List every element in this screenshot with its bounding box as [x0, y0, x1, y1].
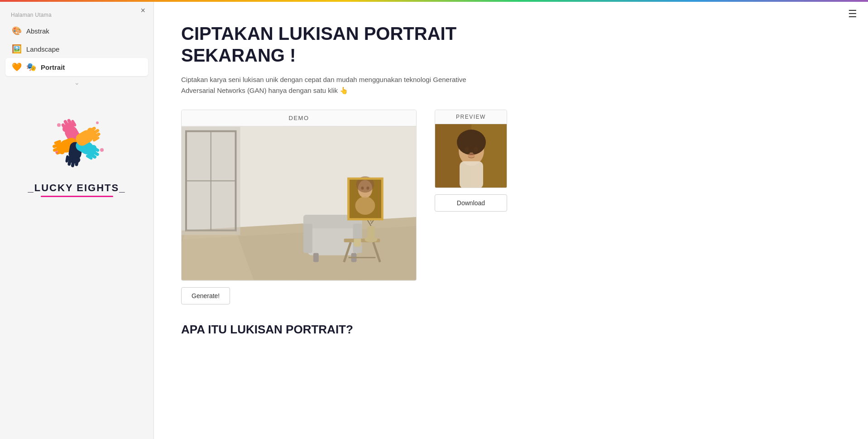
sidebar: × Halaman Utama 🎨 Abstrak 🖼️ Landscape 🧡… [0, 0, 154, 439]
page-description: Ciptakan karya seni lukisan unik dengan … [181, 74, 480, 96]
svg-point-65 [366, 187, 369, 190]
svg-point-77 [470, 152, 473, 154]
svg-point-30 [57, 123, 61, 127]
hamburger-menu-button[interactable]: ☰ [848, 8, 857, 20]
preview-image [435, 124, 507, 188]
sidebar-item-landscape[interactable]: 🖼️ Landscape [5, 40, 148, 58]
close-button[interactable]: × [140, 6, 145, 14]
room-scene-svg [182, 126, 416, 280]
preview-section: PREVIEW [435, 110, 507, 212]
svg-rect-73 [460, 161, 483, 188]
sidebar-item-label: Abstrak [26, 27, 49, 35]
svg-point-72 [457, 130, 486, 155]
svg-rect-46 [313, 253, 319, 262]
svg-point-74 [465, 147, 469, 152]
sidebar-item-abstrak[interactable]: 🎨 Abstrak [5, 22, 148, 40]
main-content: ☰ CIPTAKAN LUKISAN PORTRAIT SEKARANG ! C… [154, 0, 868, 439]
abstrak-icon: 🎨 [12, 26, 22, 36]
svg-point-32 [100, 148, 104, 152]
svg-point-75 [474, 147, 478, 152]
svg-rect-53 [367, 226, 374, 241]
chevron-down-icon: ⌄ [0, 76, 153, 89]
svg-point-64 [361, 187, 364, 190]
svg-rect-45 [353, 224, 362, 253]
portrait-icon-2: 🎭 [26, 62, 36, 72]
generate-button[interactable]: Generate! [181, 287, 230, 304]
portrait-icon-1: 🧡 [12, 62, 22, 72]
sidebar-section-label: Halaman Utama [0, 4, 153, 22]
sidebar-item-portrait[interactable]: 🧡 🎭 Portrait [5, 58, 148, 76]
logo-image [32, 107, 122, 179]
svg-point-63 [355, 197, 375, 215]
demo-image [182, 126, 416, 280]
sidebar-item-label: Portrait [41, 63, 65, 71]
preview-box: PREVIEW [435, 110, 507, 188]
svg-rect-44 [303, 224, 312, 253]
logo-text: _LUCKY EIGHTS_ [28, 182, 126, 194]
logo-underline [41, 196, 113, 197]
svg-point-33 [55, 151, 58, 154]
sidebar-item-label: Landscape [26, 45, 59, 53]
svg-point-31 [96, 121, 99, 124]
demo-box: DEMO [181, 110, 417, 281]
svg-rect-58 [354, 239, 361, 246]
page-title: CIPTAKAN LUKISAN PORTRAIT SEKARANG ! [181, 23, 498, 66]
demo-label: DEMO [182, 110, 416, 126]
content-row: DEMO [181, 110, 841, 304]
preview-image-svg [435, 124, 507, 188]
download-button[interactable]: Download [435, 194, 507, 212]
sidebar-nav: 🎨 Abstrak 🖼️ Landscape 🧡 🎭 Portrait [0, 22, 153, 76]
logo-area: _LUCKY EIGHTS_ [0, 102, 153, 202]
section-heading: APA ITU LUKISAN PORTRAIT? [181, 323, 841, 337]
preview-label: PREVIEW [435, 110, 507, 124]
landscape-icon: 🖼️ [12, 44, 22, 54]
demo-section: DEMO [181, 110, 417, 304]
